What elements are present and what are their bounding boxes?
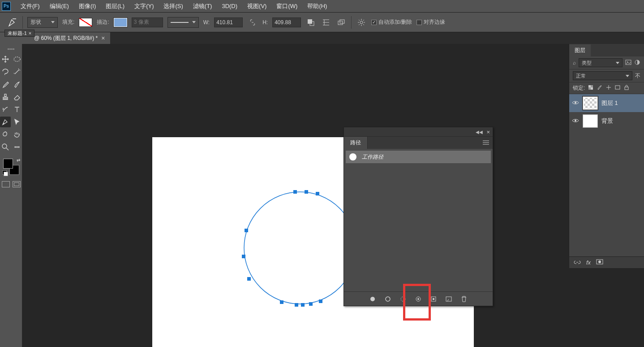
- auto-add-delete-checkbox[interactable]: 自动添加/删除: [371, 18, 412, 26]
- path-item[interactable]: 工作路径: [346, 151, 491, 163]
- menu-3d[interactable]: 3D(D): [217, 1, 242, 11]
- pen-tool[interactable]: [0, 117, 11, 127]
- gear-icon[interactable]: [356, 17, 367, 28]
- fill-swatch[interactable]: [79, 18, 92, 27]
- extras-tool[interactable]: [12, 142, 22, 152]
- canvas-area[interactable]: [22, 44, 644, 347]
- type-tool[interactable]: [12, 104, 22, 115]
- menu-file[interactable]: 文件(F): [16, 0, 44, 12]
- layer-row[interactable]: 背景: [569, 112, 644, 130]
- menu-window[interactable]: 窗口(W): [272, 0, 302, 12]
- visibility-icon[interactable]: [572, 100, 579, 107]
- menu-help[interactable]: 帮助(H): [303, 0, 331, 12]
- stamp-tool[interactable]: [0, 91, 11, 102]
- filter-adjust-icon[interactable]: [634, 59, 640, 67]
- path-op-icon[interactable]: [305, 17, 316, 28]
- svg-rect-18: [247, 277, 251, 281]
- quickmask-icon[interactable]: [2, 181, 10, 187]
- stroke-width-input[interactable]: 3 像素: [132, 17, 163, 27]
- svg-point-10: [17, 147, 17, 147]
- menu-filter[interactable]: 滤镜(T): [189, 0, 217, 12]
- new-path-icon[interactable]: [429, 295, 438, 303]
- floating-tab[interactable]: 未标题-1 ×: [4, 30, 34, 37]
- svg-point-24: [370, 297, 375, 301]
- menu-edit[interactable]: 编辑(E): [45, 0, 73, 12]
- paths-panel[interactable]: ◀◀ × 路径 工作路径: [343, 127, 493, 306]
- layer-row[interactable]: 图层 1: [569, 94, 644, 112]
- collapse-icon[interactable]: ◀◀: [476, 130, 483, 134]
- zoom-tool[interactable]: [0, 142, 11, 152]
- eraser-tool[interactable]: [12, 91, 22, 102]
- fill-path-icon[interactable]: [369, 295, 377, 303]
- lock-artboard-icon[interactable]: [614, 84, 621, 92]
- svg-point-25: [386, 297, 390, 301]
- lasso-tool[interactable]: [0, 66, 11, 77]
- selection-to-path-icon[interactable]: [414, 295, 422, 303]
- path-to-selection-icon[interactable]: [399, 295, 407, 303]
- close-icon[interactable]: ×: [486, 129, 490, 135]
- height-input[interactable]: 409.88: [272, 17, 301, 27]
- layer-thumb-icon: [583, 96, 598, 110]
- layers-panel-actions: fx: [569, 256, 644, 268]
- shape-tool[interactable]: [0, 129, 11, 140]
- svg-rect-20: [295, 303, 298, 307]
- svg-rect-36: [588, 85, 591, 87]
- panel-tab-layers[interactable]: 图层: [569, 44, 591, 56]
- panel-title-bar[interactable]: ◀◀ ×: [344, 127, 493, 136]
- lock-paint-icon[interactable]: [597, 84, 603, 92]
- layers-panel[interactable]: 图层 ⌕ 类型 正常 不 锁定: 图层 1 背景: [569, 44, 644, 268]
- magic-wand-tool[interactable]: [12, 66, 22, 77]
- mask-icon[interactable]: [596, 259, 603, 266]
- svg-rect-39: [625, 87, 628, 90]
- svg-point-12: [244, 192, 356, 304]
- arrange-icon[interactable]: [336, 17, 347, 28]
- stroke-style-dropdown[interactable]: [167, 17, 199, 28]
- fx-label[interactable]: fx: [586, 259, 591, 266]
- lock-move-icon[interactable]: [605, 84, 612, 92]
- align-icon[interactable]: [321, 17, 331, 28]
- add-mask-from-path-icon[interactable]: [445, 295, 453, 303]
- menu-type[interactable]: 文字(Y): [130, 0, 158, 12]
- width-input[interactable]: 410.81: [214, 17, 243, 27]
- hand-tool[interactable]: [12, 129, 22, 140]
- svg-rect-17: [242, 255, 245, 258]
- eyedropper-tool[interactable]: [0, 79, 11, 90]
- menu-layer[interactable]: 图层(L): [101, 0, 129, 12]
- stroke-path-icon[interactable]: [384, 295, 392, 303]
- align-edges-checkbox[interactable]: 对齐边缘: [416, 18, 445, 26]
- color-swatches[interactable]: ⇄: [3, 159, 19, 175]
- menu-select[interactable]: 选择(S): [159, 0, 187, 12]
- layer-thumb-icon: [583, 114, 598, 128]
- blend-mode-dropdown[interactable]: 正常: [573, 71, 632, 80]
- menu-view[interactable]: 视图(V): [243, 0, 271, 12]
- lock-pixels-icon[interactable]: [588, 84, 594, 92]
- svg-rect-3: [338, 21, 343, 25]
- swap-colors-icon[interactable]: ⇄: [17, 158, 20, 163]
- path-select-tool[interactable]: [12, 117, 22, 127]
- link-layers-icon[interactable]: [574, 259, 581, 266]
- menu-image[interactable]: 图像(I): [74, 0, 100, 12]
- link-wh-icon[interactable]: [247, 17, 258, 28]
- panel-menu-icon[interactable]: [483, 139, 489, 146]
- brush-tool[interactable]: [12, 79, 22, 90]
- panel-grip-icon[interactable]: [4, 48, 18, 52]
- layer-filter-dropdown[interactable]: 类型: [579, 58, 623, 67]
- default-colors-icon[interactable]: [2, 170, 8, 176]
- foreground-swatch[interactable]: [3, 159, 13, 169]
- screenmode-icon[interactable]: [13, 181, 21, 187]
- close-icon[interactable]: ×: [101, 35, 105, 42]
- history-brush-tool[interactable]: [0, 104, 11, 115]
- close-icon[interactable]: ×: [29, 30, 31, 36]
- marquee-tool[interactable]: [12, 54, 22, 65]
- move-tool[interactable]: [0, 54, 11, 65]
- active-tool-icon[interactable]: [7, 17, 18, 28]
- delete-path-icon[interactable]: [460, 295, 468, 303]
- filter-image-icon[interactable]: [625, 59, 631, 67]
- stroke-swatch[interactable]: [114, 18, 127, 27]
- chevron-down-icon: [626, 75, 629, 77]
- lock-all-icon[interactable]: [623, 84, 630, 92]
- document-tab-bar: 未标题-1 × @ 60% (图层 1, RGB/8#) * ×: [0, 32, 644, 44]
- tool-mode-dropdown[interactable]: 形状: [27, 17, 58, 28]
- visibility-icon[interactable]: [572, 118, 579, 125]
- panel-tab-paths[interactable]: 路径: [344, 137, 368, 149]
